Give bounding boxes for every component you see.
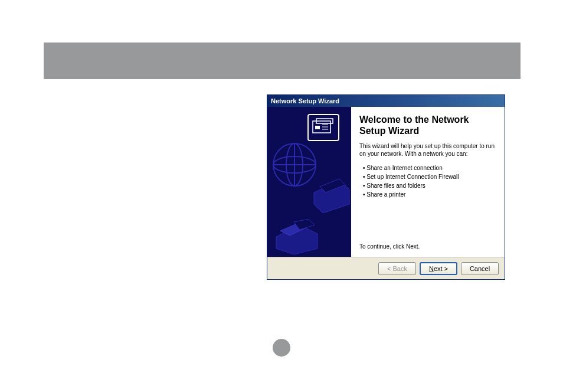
wizard-window: Network Setup Wizard [267,94,505,280]
next-button[interactable]: Next > [420,262,457,275]
wizard-heading: Welcome to the Network Setup Wizard [359,114,496,136]
page-number-dot [273,339,290,357]
cancel-button[interactable]: Cancel [461,262,499,275]
fax-icon [273,219,320,254]
wizard-button-row: < Back Next > Cancel [267,257,505,279]
window-title: Network Setup Wizard [271,97,339,104]
list-item: Set up Internet Connection Firewall [363,172,496,181]
list-item: Share files and folders [363,181,496,190]
list-item: Share a printer [363,190,496,199]
svg-rect-2 [315,126,320,129]
cancel-button-label: Cancel [470,265,490,272]
back-button: < Back [378,262,416,275]
list-item: Share an Internet connection [363,164,496,172]
wizard-body: Welcome to the Network Setup Wizard This… [267,107,505,257]
wizard-description: This wizard will help you set up this co… [359,142,496,158]
window-titlebar: Network Setup Wizard [267,95,505,107]
wizard-feature-list: Share an Internet connection Set up Inte… [363,164,496,199]
wizard-left-panel [267,107,351,257]
back-button-label: < Back [387,265,407,272]
printer-icon [311,178,351,213]
wizard-continue-text: To continue, click Next. [359,243,496,250]
page-header-band [44,43,521,79]
next-button-label: ext > [434,265,448,272]
network-device-icon [307,114,339,141]
wizard-right-panel: Welcome to the Network Setup Wizard This… [351,107,505,257]
